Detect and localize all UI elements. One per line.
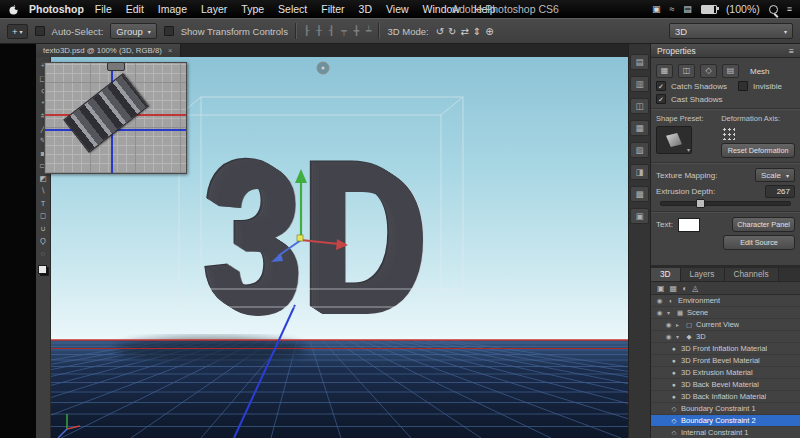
gizmo-y-arrowhead[interactable] bbox=[295, 169, 307, 183]
secondary-view-top[interactable] bbox=[44, 62, 187, 174]
reset-deformation-button[interactable]: Reset Deformation bbox=[721, 143, 795, 158]
edit-source-button[interactable]: Edit Source bbox=[723, 235, 795, 250]
expand-caret-icon[interactable]: ▾ bbox=[676, 333, 682, 340]
deformation-axis-grid[interactable] bbox=[721, 126, 735, 140]
dock-adjustments-panel-icon[interactable]: ◫ bbox=[630, 98, 649, 114]
battery-icon[interactable] bbox=[701, 5, 717, 14]
rotate-view-tool[interactable]: ◌ bbox=[37, 248, 50, 260]
dock-info-panel-icon[interactable]: ◨ bbox=[630, 164, 649, 180]
document-tab[interactable]: texto3D.psd @ 100% (3D, RGB/8) × bbox=[36, 44, 181, 57]
tab-layers[interactable]: Layers bbox=[681, 268, 725, 281]
auto-select-target-dropdown[interactable]: Group ▾ bbox=[110, 23, 156, 39]
tree-row-environment[interactable]: ◉ ◐ Environment bbox=[651, 295, 800, 307]
gizmo-center-handle[interactable] bbox=[297, 235, 303, 241]
deform-properties-icon[interactable]: ◫ bbox=[678, 64, 695, 78]
coordinates-properties-icon[interactable]: ▤ bbox=[722, 64, 739, 78]
dock-color-panel-icon[interactable]: ▤ bbox=[630, 54, 649, 70]
gradient-tool[interactable]: ◩ bbox=[37, 173, 50, 185]
panel-menu-icon[interactable]: ≡ bbox=[789, 46, 794, 56]
tree-row-material[interactable]: ● 3D Front Inflation Material bbox=[651, 343, 800, 355]
align-left-icon[interactable]: ┠ bbox=[304, 26, 309, 36]
menu-select[interactable]: Select bbox=[271, 3, 314, 15]
texture-mapping-dropdown[interactable]: Scale ▾ bbox=[755, 168, 795, 182]
catch-shadows-checkbox[interactable]: ✓ bbox=[656, 81, 666, 91]
tree-row-material[interactable]: ● 3D Back Inflation Material bbox=[651, 391, 800, 403]
menu-edit[interactable]: Edit bbox=[119, 3, 151, 15]
display-status-icon[interactable]: ▣ bbox=[652, 0, 661, 18]
menu-view[interactable]: View bbox=[379, 3, 416, 15]
mesh-properties-icon[interactable]: ▦ bbox=[656, 64, 673, 78]
menu-file[interactable]: File bbox=[88, 3, 119, 15]
align-bottom-icon[interactable]: ┷ bbox=[366, 26, 371, 36]
visibility-eye-icon[interactable]: ◉ bbox=[664, 321, 673, 329]
workspace-switcher[interactable]: 3D ▾ bbox=[669, 23, 793, 39]
visibility-eye-icon[interactable]: ◉ bbox=[655, 309, 664, 317]
menu-layer[interactable]: Layer bbox=[194, 3, 234, 15]
document-canvas[interactable]: 3D bbox=[51, 57, 628, 438]
collapse-caret-icon[interactable]: ▸ bbox=[676, 321, 682, 328]
shape-preset-thumbnail[interactable]: ▾ bbox=[656, 126, 692, 154]
tree-row-material[interactable]: ● 3D Extrusion Material bbox=[651, 367, 800, 379]
3d-drag-mode-icon[interactable]: ⇄ bbox=[460, 26, 468, 37]
menu-type[interactable]: Type bbox=[234, 3, 271, 15]
extrusion-depth-slider[interactable] bbox=[660, 201, 791, 206]
filter-lights-icon[interactable]: ◬ bbox=[692, 284, 698, 293]
menu-image[interactable]: Image bbox=[151, 3, 194, 15]
swap-view-button[interactable] bbox=[107, 62, 125, 71]
menu-3d[interactable]: 3D bbox=[352, 3, 379, 15]
tree-row-current-view[interactable]: ◉ ▸ ▢ Current View bbox=[651, 319, 800, 331]
tab-3d[interactable]: 3D bbox=[651, 268, 681, 281]
apple-logo-icon[interactable] bbox=[8, 4, 19, 15]
filter-materials-icon[interactable]: ◐ bbox=[682, 284, 687, 293]
foreground-color-swatch[interactable] bbox=[38, 265, 47, 274]
type-tool[interactable]: T bbox=[37, 198, 50, 210]
cap-properties-icon[interactable]: ◇ bbox=[700, 64, 717, 78]
tree-row-material[interactable]: ● 3D Front Bevel Material bbox=[651, 355, 800, 367]
dock-character-panel-icon[interactable]: ▣ bbox=[630, 208, 649, 224]
tree-row-material[interactable]: ● 3D Back Bevel Material bbox=[651, 379, 800, 391]
menu-filter[interactable]: Filter bbox=[314, 3, 351, 15]
visibility-eye-icon[interactable]: ◉ bbox=[655, 297, 664, 305]
3d-roll-mode-icon[interactable]: ↻ bbox=[448, 26, 456, 37]
expand-caret-icon[interactable]: ▾ bbox=[667, 309, 673, 316]
pen-tool[interactable]: ∖ bbox=[37, 185, 50, 197]
show-transform-controls-checkbox[interactable] bbox=[164, 26, 174, 36]
hand-tool[interactable]: ∪ bbox=[37, 223, 50, 235]
spotlight-icon[interactable] bbox=[769, 5, 778, 14]
mesh-bounding-box[interactable] bbox=[179, 97, 463, 307]
slider-knob[interactable] bbox=[696, 199, 705, 208]
tree-row-constraint[interactable]: ◇ Boundary Constraint 1 bbox=[651, 403, 800, 415]
filter-meshes-icon[interactable]: ▦ bbox=[670, 284, 678, 293]
airplay-status-icon[interactable]: ≈ bbox=[669, 0, 674, 18]
tree-row-constraint[interactable]: ◇ Internal Constraint 1 bbox=[651, 427, 800, 435]
3d-slide-mode-icon[interactable]: ⇕ bbox=[473, 26, 481, 37]
dock-styles-panel-icon[interactable]: ▦ bbox=[630, 120, 649, 136]
align-right-icon[interactable]: ┨ bbox=[329, 26, 334, 36]
3d-scale-mode-icon[interactable]: ⊕ bbox=[485, 26, 493, 37]
gizmo-z-arrow[interactable] bbox=[278, 240, 301, 256]
text-color-swatch[interactable] bbox=[678, 218, 700, 232]
gizmo-x-arrow[interactable] bbox=[301, 240, 339, 244]
close-tab-icon[interactable]: × bbox=[168, 46, 173, 55]
tool-preset-picker[interactable]: + ▾ bbox=[7, 24, 28, 39]
zoom-tool[interactable]: Ϙ bbox=[37, 235, 50, 247]
shape-tool[interactable]: ◻ bbox=[37, 210, 50, 222]
align-center-icon[interactable]: ╂ bbox=[316, 26, 321, 36]
dock-paragraph-panel-icon[interactable]: ▩ bbox=[630, 186, 649, 202]
visibility-eye-icon[interactable]: ◉ bbox=[664, 333, 673, 341]
gizmo-z-arrowhead[interactable] bbox=[271, 253, 283, 262]
tab-channels[interactable]: Channels bbox=[725, 268, 779, 281]
invisible-checkbox[interactable] bbox=[738, 81, 748, 91]
gizmo-x-arrowhead[interactable] bbox=[336, 239, 348, 250]
tree-row-constraint-selected[interactable]: ◇ Boundary Constraint 2 bbox=[651, 415, 800, 427]
dock-history-panel-icon[interactable]: ▧ bbox=[630, 142, 649, 158]
auto-select-checkbox[interactable] bbox=[35, 26, 45, 36]
dock-swatches-panel-icon[interactable]: ▥ bbox=[630, 76, 649, 92]
distribute-icon[interactable]: ╋ bbox=[354, 26, 359, 36]
cast-shadows-checkbox[interactable]: ✓ bbox=[656, 94, 666, 104]
character-panel-button[interactable]: Character Panel bbox=[732, 217, 795, 232]
3d-rotate-mode-icon[interactable]: ↺ bbox=[436, 26, 444, 37]
extrusion-depth-value[interactable]: 267 bbox=[765, 185, 795, 198]
3d-move-gizmo[interactable] bbox=[271, 169, 348, 262]
menu-photoshop[interactable]: Photoshop bbox=[29, 3, 84, 15]
